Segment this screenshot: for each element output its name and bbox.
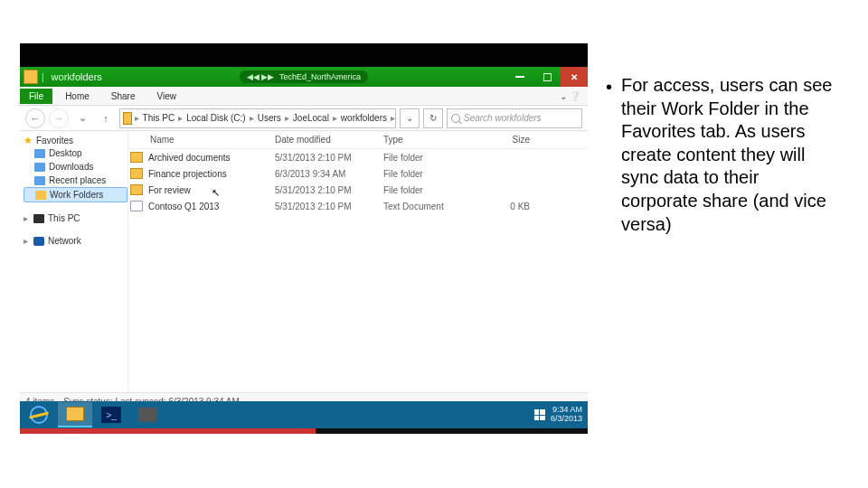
nav-up-button[interactable]: ↑ [96,108,116,128]
file-name: Finance projections [148,169,227,179]
thispc-icon [33,214,44,223]
folder-icon [130,184,143,195]
navigation-tree: ★Favorites Desktop Downloads Recent plac… [20,131,128,392]
navigation-row: ← → ⌄ ↑ ▸ This PC▸ Local Disk (C:)▸ User… [20,106,588,131]
ribbon-file-tab[interactable]: File [20,89,52,104]
taskbar: >_ 9:34 AM 6/3/2013 [20,401,588,428]
file-row[interactable]: For review5/31/2013 2:10 PMFile folder [128,182,588,198]
nav-back-button[interactable]: ← [25,108,45,128]
powershell-icon: >_ [101,407,121,423]
bullet-dot-icon: • [606,74,612,236]
workfolders-icon [35,191,46,200]
search-box[interactable]: Search workfolders [447,108,582,128]
recent-icon [34,176,45,185]
star-icon: ★ [24,135,33,146]
media-prev-icon[interactable]: ◀◀ [247,72,259,81]
search-icon [451,114,460,123]
taskbar-explorer[interactable] [58,402,92,427]
tree-downloads[interactable]: Downloads [24,160,127,174]
ribbon-view-tab[interactable]: View [148,89,186,104]
tree-favorites[interactable]: ★Favorites [24,135,127,146]
network-icon [33,237,44,246]
crumb-workfolders[interactable]: workfolders [337,113,391,123]
address-bar[interactable]: ▸ This PC▸ Local Disk (C:)▸ Users▸ JoeLo… [119,108,396,128]
col-date[interactable]: Date modified [275,135,383,145]
ribbon-home-tab[interactable]: Home [56,89,99,104]
desktop-icon [34,149,45,158]
file-row[interactable]: Archived documents5/31/2013 2:10 PMFile … [128,149,588,165]
taskbar-powershell[interactable]: >_ [94,402,128,427]
file-row[interactable]: Finance projections6/3/2013 9:34 AMFile … [128,165,588,182]
file-list-header: Name Date modified Type Size [128,131,588,149]
taskbar-clock[interactable]: 9:34 AM 6/3/2013 [534,406,586,424]
nav-history-dropdown[interactable]: ⌄ [72,108,92,128]
file-type: File folder [383,153,474,163]
folder-icon [24,70,38,84]
folder-icon [66,407,84,421]
window-titlebar: | workfolders ◀◀ ▶▶ TechEd_NorthAmerica … [20,67,588,87]
tree-favorites-label: Favorites [36,136,73,145]
file-date: 6/3/2013 9:34 AM [275,169,383,179]
video-player-frame: | workfolders ◀◀ ▶▶ TechEd_NorthAmerica … [20,43,588,434]
close-button[interactable]: ✕ [561,67,588,87]
ribbon-expand-button[interactable]: ⌄ ❔ [560,91,588,101]
tree-thispc[interactable]: ▸This PC [24,211,127,225]
taskbar-ie[interactable] [22,402,56,427]
col-type[interactable]: Type [383,135,474,145]
downloads-icon [34,163,45,172]
file-type: File folder [383,185,474,195]
clock-date: 6/3/2013 [551,415,582,424]
file-list-pane: Name Date modified Type Size Archived do… [128,131,588,392]
tree-network[interactable]: ▸Network [24,234,127,248]
search-placeholder: Search workfolders [464,113,542,123]
crumb-users[interactable]: Users [254,113,285,123]
folder-icon [130,168,143,179]
media-title-label: TechEd_NorthAmerica [279,72,361,81]
crumb-thispc[interactable]: This PC [139,113,179,123]
ribbon-bar: File Home Share View ⌄ ❔ [20,87,588,106]
col-name[interactable]: Name [130,135,275,145]
tb-divider: | [42,72,44,82]
nav-forward-button[interactable]: → [49,108,69,128]
action-center-icon[interactable] [534,409,545,420]
taskbar-servermanager[interactable] [130,402,165,427]
media-center-pill[interactable]: ◀◀ ▶▶ TechEd_NorthAmerica [240,70,368,83]
ribbon-share-tab[interactable]: Share [102,89,145,104]
textfile-icon [130,201,143,211]
media-next-icon[interactable]: ▶▶ [261,72,274,81]
file-name: For review [148,185,191,195]
file-explorer-window: | workfolders ◀◀ ▶▶ TechEd_NorthAmerica … [20,67,588,410]
ie-icon [30,406,48,424]
maximize-button[interactable] [533,67,561,87]
address-history-button[interactable]: ⌄ [400,108,420,128]
tree-recent[interactable]: Recent places [24,174,127,187]
tree-workfolders[interactable]: Work Folders [24,187,127,202]
slide-bullet: • For access, users can see their Work F… [606,74,837,236]
file-size: 0 KB [474,202,537,211]
file-date: 5/31/2013 2:10 PM [275,153,383,163]
file-row[interactable]: Contoso Q1 20135/31/2013 2:10 PMText Doc… [128,198,588,214]
file-date: 5/31/2013 2:10 PM [275,202,383,211]
tree-desktop[interactable]: Desktop [24,146,127,160]
file-type: File folder [383,169,474,179]
video-progress-bar[interactable] [20,428,588,434]
refresh-button[interactable]: ↻ [423,108,443,128]
servermanager-icon [138,408,156,422]
file-name: Contoso Q1 2013 [148,202,219,211]
minimize-button[interactable] [506,67,533,87]
folder-icon [130,152,143,163]
video-progress-fill [20,428,316,434]
col-size[interactable]: Size [474,135,537,145]
crumb-joelocal[interactable]: JoeLocal [289,113,333,123]
window-title: workfolders [48,71,102,82]
bullet-text: For access, users can see their Work Fol… [621,74,837,236]
crumb-localdisk[interactable]: Local Disk (C:) [183,113,250,123]
file-type: Text Document [383,202,474,211]
address-folder-icon [123,112,132,125]
file-date: 5/31/2013 2:10 PM [275,185,383,195]
file-name: Archived documents [148,153,231,163]
